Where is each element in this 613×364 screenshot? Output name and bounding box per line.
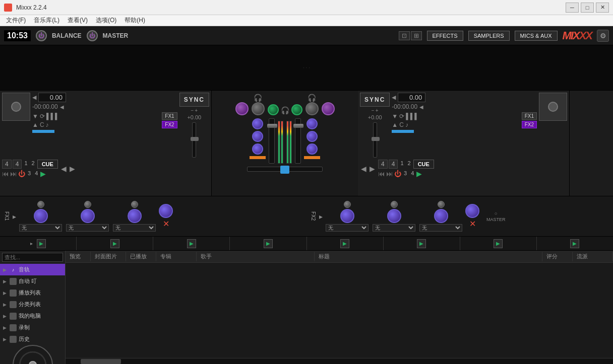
play-btn-8[interactable]: ▶ [570,239,579,248]
fx1-unit2-knob[interactable] [81,209,95,223]
deck-right-cue-icon[interactable]: ⏮ [378,170,385,178]
left-eq-low[interactable] [252,143,263,155]
headphone-toggle[interactable]: ⊡ [399,31,410,40]
deck-right-beat2[interactable]: 4 [389,160,398,169]
power-button[interactable] [36,30,47,41]
deck-left-pitch-slider[interactable] [192,122,196,158]
master-power-button[interactable] [87,30,98,41]
menu-options[interactable]: 选项(O) [92,15,120,26]
fx1-unit3-select[interactable]: 无 [113,224,156,232]
fx2-expand-icon[interactable]: ▸ [319,212,323,221]
fx1-unit1-select[interactable]: 无 [19,224,62,232]
sidebar-item-auto[interactable]: ▶ 自动 叮 [0,275,65,287]
sidebar-item-recordings[interactable]: ▶ 录制 [0,322,65,333]
fx2-unit3-select[interactable]: 无 [419,224,462,232]
eq-green-left[interactable] [268,104,279,115]
sidebar-item-history[interactable]: ▶ 历史 [0,333,65,345]
play-btn-7[interactable]: ▶ [494,239,503,248]
col-played[interactable]: 已播放 [126,252,156,261]
deck-left-play-icon[interactable]: ▶ [40,170,46,178]
play-btn-3[interactable]: ▶ [187,239,196,248]
fx2-unit2-knob[interactable] [387,209,401,223]
fx1-mix-knob[interactable] [159,204,173,218]
maximize-button[interactable]: □ [581,3,594,13]
play-btn-5[interactable]: ▶ [340,239,349,248]
right-eq-high[interactable] [306,118,318,129]
col-album[interactable]: 专辑 [156,252,197,261]
fx2-mix-knob[interactable] [465,204,479,218]
deck-right-on-icon[interactable]: ⏻ [394,170,401,178]
deck-left-waveform-icon[interactable]: ▼ [32,113,38,120]
deck-right-waveform-icon[interactable]: ▼ [392,113,398,120]
fx2-mix-x-icon[interactable]: ✕ [469,219,476,229]
deck-right-bars-icon[interactable]: ▌▌▌ [406,113,419,120]
deck-right-sync-icon[interactable]: ⟳ [399,113,404,120]
deck-right-fx2[interactable]: FX2 [522,121,537,128]
fx1-unit2-power[interactable] [84,201,91,208]
col-rating[interactable]: 评分 [542,252,573,261]
play-btn-2[interactable]: ▶ [110,239,119,248]
deck-right-play-icon[interactable]: ▶ [416,170,422,178]
effects-button[interactable]: EFFECTS [427,31,463,41]
deck-left-fwd-icon[interactable]: ▶ [69,164,76,174]
deck-left-fx2[interactable]: FX2 [162,121,177,128]
deck-right-eject-icon[interactable]: ▲ [392,121,398,128]
fx2-unit1-knob[interactable] [340,209,354,223]
fx1-unit3-knob[interactable] [128,209,142,223]
right-gain-knob[interactable] [322,102,335,115]
close-button[interactable]: ✕ [596,3,609,13]
sidebar-item-tracks[interactable]: ▶ ♪ 音轨 [0,264,65,275]
fx2-unit1-power[interactable] [344,201,351,208]
left-eq-mid[interactable] [252,131,263,142]
deck-right-beat1[interactable]: 4 [378,160,388,169]
play-btn-1[interactable]: ▶ [37,239,46,248]
deck-left-beat2[interactable]: 4 [13,160,22,169]
minimize-button[interactable]: ─ [566,3,579,13]
left-gain-knob[interactable] [235,102,249,115]
menu-view[interactable]: 查看(V) [64,15,92,26]
deck-left-cue-icon[interactable]: ⏮ [2,170,9,178]
deck-left-pitch-handle[interactable] [191,137,199,141]
fx1-unit3-power[interactable] [131,201,138,208]
deck-right-prev-icon[interactable]: ⏭ [386,170,393,178]
right-hp-knob[interactable] [305,102,319,115]
menu-file[interactable]: 文件(F) [2,15,30,26]
deck-right-pitch-handle[interactable] [372,137,380,141]
deck-right-sync-button[interactable]: SYNC [360,93,390,107]
expand-left-icon[interactable]: ▸ [30,241,33,246]
samplers-button[interactable]: SAMPLERS [468,31,510,41]
deck-left-prev-icon[interactable]: ⏭ [10,170,17,178]
left-eq-high[interactable] [252,118,263,129]
deck-right-back-icon[interactable]: ◀ [360,164,367,174]
left-hp-knob[interactable] [252,102,265,115]
mics-aux-button[interactable]: MICS & AUX [515,31,558,41]
fx2-unit2-power[interactable] [391,201,398,208]
search-input[interactable] [2,253,63,262]
deck-right-pitch-slider[interactable] [373,122,377,158]
deck-right-fwd-icon[interactable]: ▶ [369,164,376,174]
fx2-unit3-power[interactable] [438,201,445,208]
deck-left-fx1[interactable]: FX1 [162,112,177,120]
eq-green-right[interactable] [291,104,302,115]
sidebar-item-computer[interactable]: ▶ 我的电脑 [0,310,65,322]
right-vol-fader[interactable] [295,118,301,164]
horizontal-scrollbar[interactable] [66,358,613,364]
deck-left-beat1[interactable]: 4 [2,160,12,169]
fx1-mix-x-icon[interactable]: ✕ [163,219,169,229]
play-btn-4[interactable]: ▶ [264,239,273,248]
crossfader-handle[interactable] [280,166,289,174]
deck-left-on-icon[interactable]: ⏻ [18,170,25,178]
deck-left-back-icon[interactable]: ◀ [60,164,68,174]
menu-library[interactable]: 音乐库(L) [30,15,64,26]
deck-left-sync-button[interactable]: SYNC [179,93,209,107]
settings-button[interactable]: ⚙ [597,30,609,42]
play-btn-6[interactable]: ▶ [417,239,426,248]
deck-left-c-icon[interactable]: C [40,121,44,128]
fx1-unit2-select[interactable]: 无 [66,224,109,232]
sidebar-item-playlists[interactable]: ▶ 播放列表 [0,287,65,299]
fx1-unit1-power[interactable] [37,201,44,208]
fx2-unit3-knob[interactable] [434,209,448,223]
col-cover[interactable]: 封面图片 [91,252,126,261]
deck-left-sync-icon[interactable]: ⟳ [40,113,45,120]
broadcast-toggle[interactable]: ⊞ [411,31,422,40]
